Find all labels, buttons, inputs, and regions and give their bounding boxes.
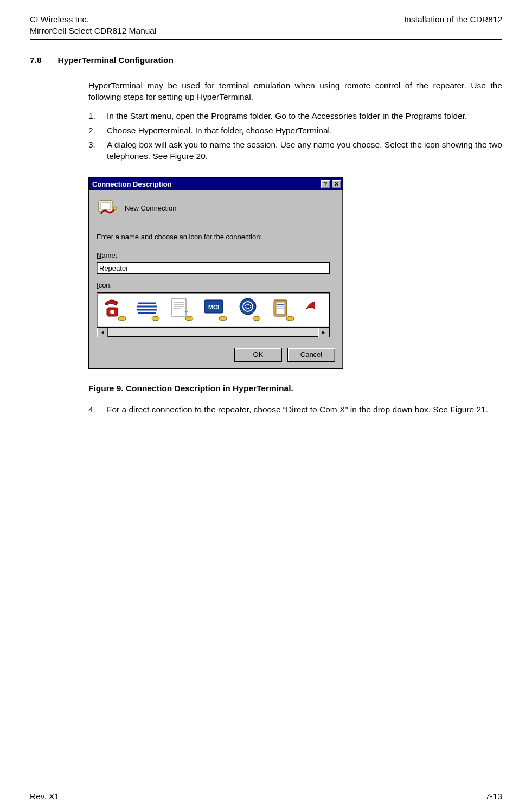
icon-field-label: Icon: (97, 280, 335, 290)
step-number: 3. (88, 139, 100, 162)
step-number: 1. (88, 111, 100, 122)
svg-point-13 (185, 316, 193, 321)
dialog-prompt: Enter a name and choose an icon for the … (97, 232, 335, 242)
svg-rect-8 (172, 299, 186, 316)
svg-text:MCI: MCI (208, 304, 219, 310)
icon-picker[interactable]: MCI (97, 292, 330, 327)
step-text: For a direct connection to the repeater,… (107, 404, 502, 416)
svg-point-17 (240, 298, 256, 315)
header-company: CI Wireless Inc. (30, 14, 156, 25)
svg-point-19 (253, 316, 260, 321)
mci-icon[interactable]: MCI (202, 297, 228, 323)
section-title: HyperTerminal Configuration (58, 55, 174, 66)
header-rule (30, 39, 502, 40)
section-number: 7.8 (30, 55, 42, 66)
svg-point-5 (118, 316, 126, 321)
name-input[interactable] (97, 262, 330, 274)
icon-scrollbar[interactable]: ◄ ► (97, 327, 330, 337)
step-text: Choose Hyperterminal. In that folder, ch… (107, 125, 502, 137)
svg-rect-1 (101, 203, 111, 209)
svg-point-4 (110, 310, 114, 314)
red-umbrella-icon[interactable] (303, 297, 315, 323)
footer-rev: Rev. X1 (30, 791, 59, 802)
svg-point-25 (286, 316, 294, 321)
clipboard-doc-icon[interactable] (270, 297, 296, 323)
connection-description-dialog: Connection Description ? ✕ (88, 177, 343, 369)
ok-button[interactable]: OK (234, 348, 282, 362)
footer-rule (30, 785, 502, 785)
new-connection-icon (97, 197, 118, 218)
step-text: In the Start menu, open the Programs fol… (107, 111, 502, 122)
help-button[interactable]: ? (321, 180, 330, 188)
header-manual: MirrorCell Select CDR812 Manual (30, 25, 156, 37)
new-connection-label: New Connection (125, 203, 176, 213)
svg-point-16 (219, 316, 227, 321)
list-item: 1. In the Start menu, open the Programs … (88, 111, 502, 122)
steps-list-b: 4. For a direct connection to the repeat… (88, 404, 502, 416)
fax-paper-icon[interactable] (169, 297, 195, 323)
svg-point-7 (152, 316, 159, 321)
name-field-label: Name: (97, 251, 335, 260)
ge-blue-circle-icon[interactable] (236, 297, 262, 323)
step-text: A dialog box will ask you to name the se… (107, 139, 502, 162)
svg-point-2 (113, 207, 117, 210)
scroll-right-button[interactable]: ► (318, 328, 329, 337)
step-number: 2. (88, 125, 100, 137)
list-item: 4. For a direct connection to the repeat… (88, 404, 502, 416)
dialog-title-bar[interactable]: Connection Description ? ✕ (89, 178, 343, 190)
intro-paragraph: HyperTerminal may be used for terminal e… (88, 80, 502, 103)
figure-caption: Figure 9. Connection Description in Hype… (88, 383, 502, 394)
header-chapter: Installation of the CDR812 (404, 14, 502, 37)
dialog-title: Connection Description (92, 180, 172, 189)
footer-page: 7-13 (485, 791, 502, 802)
scroll-left-button[interactable]: ◄ (97, 328, 108, 337)
list-item: 3. A dialog box will ask you to name the… (88, 139, 502, 162)
cancel-button[interactable]: Cancel (287, 348, 335, 362)
att-globe-icon[interactable] (135, 297, 161, 323)
step-number: 4. (88, 404, 100, 416)
list-item: 2. Choose Hyperterminal. In that folder,… (88, 125, 502, 137)
close-button[interactable]: ✕ (331, 180, 341, 188)
steps-list-a: 1. In the Start menu, open the Programs … (88, 111, 502, 163)
red-phone-icon[interactable] (101, 297, 127, 323)
